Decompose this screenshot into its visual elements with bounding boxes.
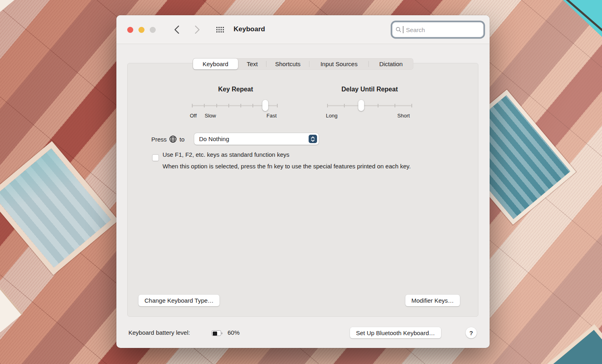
tab-keyboard[interactable]: Keyboard xyxy=(193,59,238,69)
background-window-corner-sw xyxy=(0,285,22,332)
globe-action-popup-button[interactable]: Do Nothing xyxy=(194,133,319,145)
slider-tick xyxy=(277,104,278,107)
forward-button[interactable] xyxy=(191,24,203,35)
press-label: Press xyxy=(151,136,167,143)
key-repeat-fast-label: Fast xyxy=(266,113,277,119)
popup-selected-value: Do Nothing xyxy=(199,135,229,142)
slider-tick xyxy=(192,104,193,107)
fn-keys-checkbox-label: Use F1, F2, etc. keys as standard functi… xyxy=(163,151,289,158)
tab-label: Text xyxy=(247,61,258,67)
slider-tick xyxy=(252,104,253,107)
fn-keys-description: When this option is selected, press the … xyxy=(163,162,449,171)
tab-text[interactable]: Text xyxy=(238,58,266,70)
background-window-left xyxy=(0,141,118,275)
tab-label: Keyboard xyxy=(203,61,228,67)
keyboard-panel: Key Repeat Delay Until Repeat Off Slow F… xyxy=(127,63,478,317)
slider-tick xyxy=(327,104,328,107)
slider-tick xyxy=(395,104,395,107)
modifier-keys-button[interactable]: Modifier Keys… xyxy=(405,295,460,306)
preference-tabs: Keyboard Text Shortcuts Input Sources Di… xyxy=(193,58,413,70)
slider-tick xyxy=(216,104,217,107)
change-keyboard-type-button[interactable]: Change Keyboard Type… xyxy=(138,295,220,306)
delay-short-label: Short xyxy=(397,113,410,119)
battery-level-label: Keyboard battery level: xyxy=(128,329,190,336)
search-field[interactable] xyxy=(392,22,484,37)
globe-icon xyxy=(169,135,177,143)
background-window-corner-se xyxy=(527,324,602,364)
battery-fill xyxy=(213,332,217,336)
background-sky xyxy=(559,0,602,37)
back-button[interactable] xyxy=(171,24,182,35)
chevron-left-icon xyxy=(175,26,179,33)
delay-until-repeat-slider-thumb[interactable] xyxy=(358,100,364,111)
slider-tick xyxy=(411,104,412,107)
slider-tick xyxy=(204,104,205,107)
minimize-button[interactable] xyxy=(138,27,144,33)
tab-dictation[interactable]: Dictation xyxy=(368,58,413,70)
tab-label: Shortcuts xyxy=(275,61,300,67)
keyboard-preferences-window: Keyboard Keyboard Text Shortcuts Input S… xyxy=(116,15,490,348)
tab-label: Input Sources xyxy=(320,61,358,67)
zoom-button[interactable] xyxy=(150,27,156,33)
delay-until-repeat-title: Delay Until Repeat xyxy=(342,86,398,93)
key-repeat-slider[interactable] xyxy=(192,100,277,111)
search-input[interactable] xyxy=(406,26,480,33)
setup-bluetooth-keyboard-button[interactable]: Set Up Bluetooth Keyboard… xyxy=(350,327,441,338)
help-button[interactable]: ? xyxy=(466,327,477,338)
tab-input-sources[interactable]: Input Sources xyxy=(309,58,368,70)
slider-tick xyxy=(344,104,345,107)
close-button[interactable] xyxy=(127,27,133,33)
key-repeat-slider-thumb[interactable] xyxy=(262,100,268,111)
slider-tick xyxy=(240,104,241,107)
grid-dots-icon xyxy=(216,27,224,33)
search-icon xyxy=(396,26,401,33)
tab-label: Dictation xyxy=(379,61,403,67)
titlebar: Keyboard xyxy=(116,15,490,44)
text-cursor xyxy=(403,26,403,33)
key-repeat-off-label: Off xyxy=(190,113,197,119)
tab-shortcuts[interactable]: Shortcuts xyxy=(266,58,309,70)
show-all-button[interactable] xyxy=(214,24,226,35)
press-globe-to-label: Press to xyxy=(151,135,185,143)
fn-keys-checkbox[interactable] xyxy=(152,154,159,161)
chevron-right-icon xyxy=(195,26,199,33)
battery-icon xyxy=(212,330,222,336)
background-window-corner-nw xyxy=(0,0,17,16)
popup-stepper-icon xyxy=(309,135,317,143)
battery-percent: 60% xyxy=(228,329,240,336)
to-label: to xyxy=(179,136,185,143)
delay-until-repeat-slider[interactable] xyxy=(327,100,412,111)
slider-tick xyxy=(378,104,378,107)
delay-until-repeat-slider-track[interactable] xyxy=(327,105,412,106)
battery-nub xyxy=(222,332,223,334)
slider-tick xyxy=(228,104,229,107)
window-title: Keyboard xyxy=(234,25,265,33)
key-repeat-slow-label: Slow xyxy=(205,113,216,119)
delay-long-label: Long xyxy=(326,113,338,119)
battery-body xyxy=(212,330,221,336)
background-window-glass xyxy=(0,148,111,267)
key-repeat-title: Key Repeat xyxy=(218,86,253,93)
background-window-glass xyxy=(533,330,602,364)
